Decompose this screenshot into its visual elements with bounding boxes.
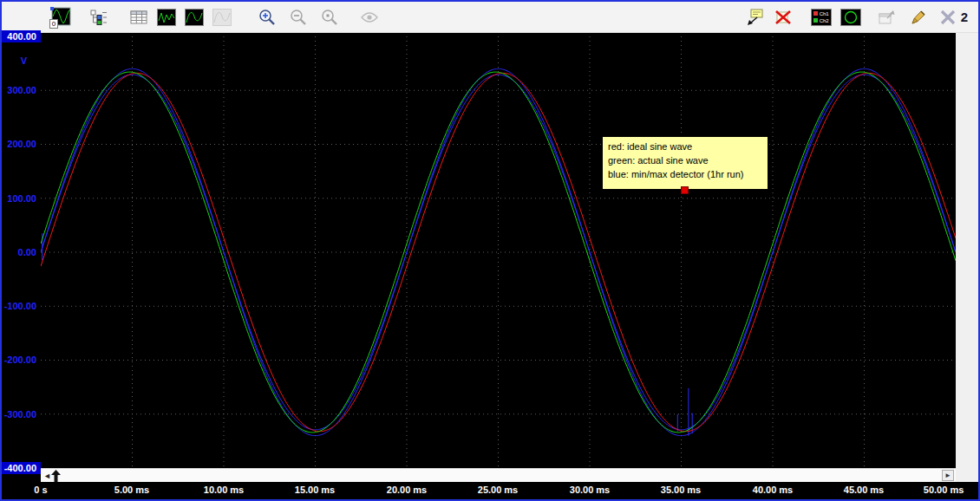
scope-circle-icon: [840, 9, 861, 26]
object-tree-icon: [90, 9, 108, 26]
annotation-line: green: actual sine wave: [608, 153, 762, 167]
smooth-graph-button[interactable]: [182, 5, 206, 29]
x-tick-label: 20.00 ms: [387, 485, 427, 495]
annotation-note[interactable]: red: ideal sine wave green: actual sine …: [602, 136, 768, 190]
export-window-icon: [879, 10, 896, 25]
y-axis: 400.00 V 300.00 200.00 100.00 0.00 -100.…: [2, 2, 41, 499]
add-annotation-button[interactable]: [742, 5, 766, 29]
export-window-button[interactable]: [875, 5, 899, 29]
annotation-line: red: ideal sine wave: [608, 140, 762, 153]
zoom-reset-button[interactable]: [317, 5, 342, 29]
y-tick-label: -300.00: [4, 409, 36, 420]
close-sheet-button[interactable]: 2: [939, 5, 968, 29]
x-tick-label: 10.00 ms: [204, 485, 244, 495]
eye-icon: [360, 10, 379, 24]
pen-icon: [910, 9, 927, 26]
x-tick-label: 25.00 ms: [478, 485, 518, 495]
ch2-color-swatch: [813, 18, 818, 23]
y-tick-label: 300.00: [7, 85, 36, 95]
ch1-color-swatch: [813, 11, 818, 16]
x-tick-label: 30.00 ms: [570, 485, 610, 495]
x-axis: 0 s 5.00 ms 10.00 ms 15.00 ms 20.00 ms 2…: [2, 482, 978, 499]
sheet-number-badge: 0: [49, 19, 58, 29]
y-tick-label: 200.00: [7, 139, 36, 149]
ch1-label: Ch1: [820, 11, 829, 16]
graph-sheet-icon: 0: [50, 7, 71, 27]
annotation-anchor-handle[interactable]: [681, 186, 689, 194]
visibility-button[interactable]: [357, 5, 382, 29]
scope-display-button[interactable]: [839, 5, 863, 29]
y-tick-label: -200.00: [4, 355, 36, 365]
graph-smooth-icon: [185, 9, 204, 26]
plot-area[interactable]: red: ideal sine wave green: actual sine …: [41, 36, 956, 468]
annotation-line: blue: min/max detector (1hr run): [608, 167, 762, 181]
toolbar: 0: [2, 2, 978, 33]
x-tick-label: 35.00 ms: [661, 485, 701, 495]
x-tick-label: 5.00 ms: [114, 485, 149, 495]
x-tick-label: 50.00 ms: [924, 485, 964, 495]
zoom-out-icon: [289, 8, 308, 27]
close-x-icon: [939, 9, 957, 26]
y-axis-unit: V: [21, 55, 27, 66]
x-tick-label: 0 s: [34, 485, 47, 495]
table-view-button[interactable]: [127, 5, 151, 29]
ch2-label: Ch2: [820, 18, 829, 23]
zoom-out-button[interactable]: [286, 5, 310, 29]
y-axis-max-label: 400.00: [2, 30, 41, 42]
graph-view-button[interactable]: [154, 5, 179, 29]
zoom-in-button[interactable]: [255, 5, 279, 29]
delete-annotation-button[interactable]: [771, 5, 795, 29]
x-tick-label: 45.00 ms: [844, 485, 884, 495]
h-scrollbar[interactable]: ◄ ►: [41, 468, 956, 482]
close-count: 2: [961, 10, 968, 24]
x-tick-label: 40.00 ms: [753, 485, 793, 495]
app-window: 0: [0, 0, 980, 501]
graph-disabled-button[interactable]: [210, 5, 234, 29]
y-tick-label: 0.00: [18, 247, 36, 257]
y-tick-label: -100.00: [4, 301, 36, 311]
zoom-in-icon: [258, 8, 277, 27]
pen-tool-button[interactable]: [906, 5, 931, 29]
zoom-reset-icon: [320, 8, 339, 27]
graph-jagged-icon: [157, 9, 176, 26]
object-tree-button[interactable]: [87, 5, 111, 29]
annotation-note-icon: [744, 9, 763, 26]
channel-legend-button[interactable]: Ch1 Ch2: [809, 5, 833, 29]
scroll-left-arrow[interactable]: ◄: [43, 469, 51, 483]
time-position-marker[interactable]: [51, 470, 61, 482]
graph-disabled-icon: [212, 9, 232, 26]
scroll-right-arrow[interactable]: ►: [942, 470, 954, 481]
x-tick-label: 15.00 ms: [295, 485, 335, 495]
waveform-chart: [41, 36, 956, 468]
table-icon: [130, 10, 147, 25]
y-tick-label: 100.00: [7, 193, 36, 204]
delete-annotation-icon: [774, 9, 793, 26]
channel-legend-icon: Ch1 Ch2: [811, 9, 832, 26]
graph-sheet-button[interactable]: 0: [49, 5, 73, 29]
y-axis-min-label: -400.00: [2, 462, 41, 474]
